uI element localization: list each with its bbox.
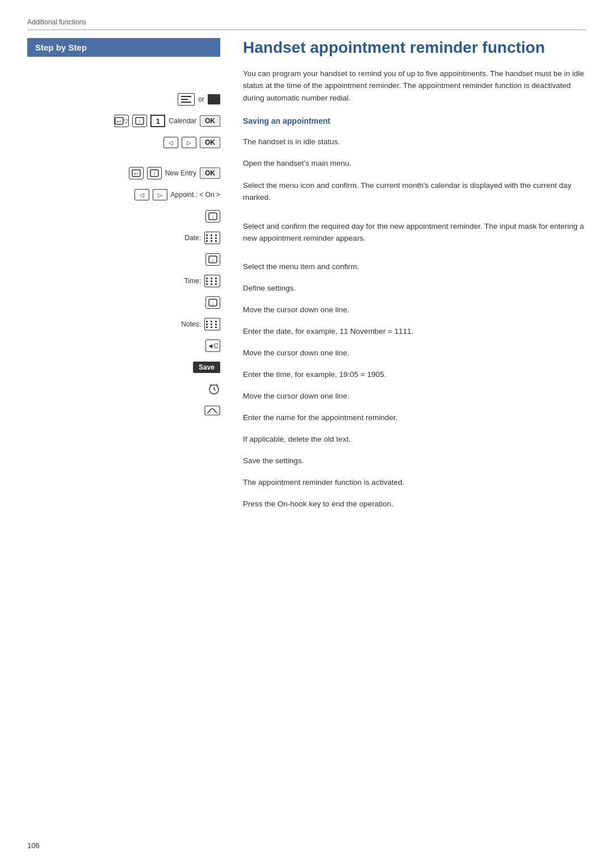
step-idle	[27, 67, 220, 89]
cursor-down-icon-3: ↓	[205, 296, 220, 309]
ok-button-1[interactable]: OK	[200, 115, 220, 127]
scroll-right-icon-2: ▷	[153, 189, 167, 200]
number-icon: 1	[150, 115, 165, 127]
instruction-delete: If applicable, delete the old text.	[243, 429, 586, 450]
new-entry-label: New Entry	[165, 169, 196, 177]
instruction-new-entry: Select the menu item and confirm.	[243, 256, 586, 278]
nav-down-icon-1: ↩	[114, 115, 129, 127]
menu-icon	[178, 93, 195, 106]
page: Additional functions Step by Step	[0, 0, 613, 542]
scroll-right-icon: ▷	[182, 137, 196, 148]
instruction-alarm: The appointment reminder function is act…	[243, 472, 586, 493]
alarm-icon	[208, 383, 220, 395]
instruction-time: Enter the time, for example, 19:05 = 190…	[243, 364, 586, 385]
ok-button-2[interactable]: OK	[200, 137, 220, 148]
ok-button-3[interactable]: OK	[200, 167, 220, 179]
instruction-list: The handset is in idle status. Open the …	[243, 131, 586, 515]
square-icon	[208, 94, 220, 104]
keyboard-icon-3	[204, 318, 220, 330]
nav-up-icon-1: ↑	[132, 115, 147, 127]
section-title: Saving an appointment	[243, 116, 586, 125]
intro-text: You can program your handset to remind y…	[243, 68, 586, 104]
svg-line-16	[214, 389, 216, 391]
sidebar-steps: or ↩ ↑ 1 Calendar OK	[27, 67, 220, 421]
nav-icon-3a: ↩	[129, 167, 144, 179]
sidebar: Step by Step or	[27, 33, 220, 515]
step-cursor-down-2: ↓	[27, 249, 220, 270]
appoint-label: Appoint.: < On >	[171, 191, 220, 199]
instruction-appoint: Define settings.	[243, 278, 586, 299]
step-notes: Notes:	[27, 313, 220, 335]
svg-text:↩: ↩	[134, 171, 138, 177]
keyboard-icon-2	[204, 275, 220, 287]
instruction-cursor-2: Move the cursor down one line.	[243, 342, 586, 364]
svg-text:↓: ↓	[212, 257, 215, 263]
step-open-menu: or	[27, 89, 220, 110]
instruction-save: Save the settings.	[243, 450, 586, 472]
step-save: Save	[27, 357, 220, 378]
backspace-icon: ◄C	[205, 339, 220, 352]
cursor-down-icon-2: ↓	[205, 253, 220, 266]
instruction-date: Enter the date, for example, 11 November…	[243, 321, 586, 342]
instruction-calendar: Select the menu icon and confirm. The cu…	[243, 174, 586, 215]
nav-icon-3b: ↑	[147, 167, 162, 179]
instruction-open-menu: Open the handset's main menu.	[243, 153, 586, 174]
instruction-cursor-3: Move the cursor down one line.	[243, 385, 586, 407]
step-date: Date:	[27, 227, 220, 249]
step-cursor-down-3: ↓	[27, 292, 220, 313]
calendar-label: Calendar	[169, 117, 196, 125]
notes-label: Notes:	[181, 320, 201, 328]
page-number: 106	[27, 841, 40, 850]
step-by-step-header: Step by Step	[27, 38, 220, 57]
keyboard-icon-1	[204, 232, 220, 244]
instruction-notes: Enter the name for the appointment remin…	[243, 407, 586, 429]
step-time: Time:	[27, 270, 220, 292]
step-delete: ◄C	[27, 335, 220, 357]
cursor-down-icon-1: ↓	[205, 210, 220, 223]
instruction-cursor-1: Move the cursor down one line.	[243, 299, 586, 321]
main-content: Handset appointment reminder function Yo…	[220, 33, 586, 515]
svg-text:↑: ↑	[153, 171, 156, 177]
time-label: Time:	[184, 277, 201, 285]
instruction-select-day: Select and confirm the required day for …	[243, 215, 586, 256]
instruction-onhook: Press the On-hook key to end the operati…	[243, 493, 586, 515]
content-area: Step by Step or	[27, 33, 586, 515]
step-appoint: ◁ ▷ Appoint.: < On >	[27, 184, 220, 206]
svg-text:↩: ↩	[117, 119, 121, 124]
scroll-left-icon-2: ◁	[135, 189, 149, 200]
date-label: Date:	[184, 234, 201, 242]
step-new-entry: ↩ ↑ New Entry OK	[27, 162, 220, 184]
step-alarm	[27, 378, 220, 400]
step-calendar: ↩ ↑ 1 Calendar OK	[27, 110, 220, 132]
svg-text:↓: ↓	[212, 214, 215, 220]
step-onhook	[27, 400, 220, 421]
page-title: Handset appointment reminder function	[243, 38, 586, 57]
save-button[interactable]: Save	[193, 362, 220, 373]
step-cursor-down-1: ↓	[27, 206, 220, 227]
onhook-icon	[204, 405, 220, 416]
svg-text:↓: ↓	[212, 300, 215, 306]
instruction-idle: The handset is in idle status.	[243, 131, 586, 153]
svg-text:↑: ↑	[138, 119, 141, 124]
or-text: or	[198, 95, 204, 103]
section-label: Additional functions	[27, 18, 586, 30]
step-select-day: ◁ ▷ OK	[27, 132, 220, 153]
svg-rect-19	[205, 406, 220, 415]
scroll-left-icon: ◁	[163, 137, 178, 148]
